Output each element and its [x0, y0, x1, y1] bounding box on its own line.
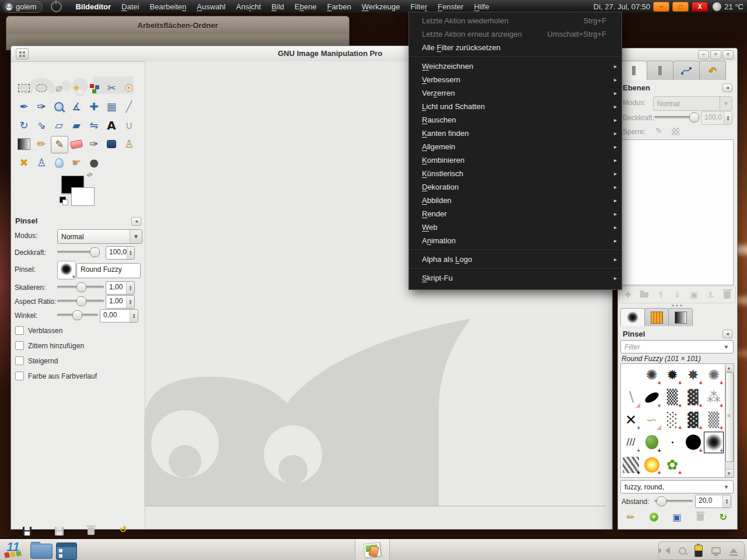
move-tool[interactable]: ✚ [86, 99, 102, 115]
refresh-brushes-button[interactable]: ↻ [717, 510, 729, 523]
filter-menu-item-dekoration[interactable]: Dekoration▸ [409, 180, 622, 194]
checkbox-icon[interactable] [15, 372, 24, 380]
zoom-tool[interactable] [51, 99, 67, 115]
checkbox-verblassen[interactable]: Verblassen [15, 326, 62, 335]
checkbox-zittern-hinzuf-gen[interactable]: Zittern hinzufügen [15, 341, 84, 350]
swap-colors-icon[interactable]: ⇆ [85, 170, 95, 180]
spacing-slider[interactable] [654, 496, 693, 506]
weather-icon[interactable] [713, 2, 721, 11]
scroll-down-icon[interactable]: ▼ [725, 469, 732, 477]
checkbox-icon[interactable] [15, 356, 24, 365]
filter-menu-item-render[interactable]: Render▸ [409, 207, 622, 220]
dock-close-button[interactable]: × [722, 50, 734, 60]
duplicate-brush-button[interactable]: ▣ [671, 510, 683, 523]
perspective-clone-tool[interactable]: ♙ [33, 155, 50, 171]
airbrush-tool[interactable]: ✑ [86, 136, 102, 152]
paintbrush-tool[interactable]: ✎ [51, 136, 68, 153]
filter-menu-item-kombinieren[interactable]: Kombinieren▸ [409, 153, 622, 167]
ellipse-select-tool[interactable] [33, 80, 50, 96]
splatter-brush[interactable]: ✺+ [704, 364, 724, 386]
measure-tool[interactable]: ∡ [68, 99, 85, 115]
menu-filter[interactable]: Filter [405, 1, 432, 12]
filter-menu-item-skript-fu[interactable]: Skript-Fu▸ [409, 271, 622, 285]
vine-brush[interactable]: ✿+ [662, 454, 682, 475]
dash-brush[interactable]: ∖ [621, 387, 641, 408]
delete-tool-preset-button[interactable] [85, 524, 97, 537]
delete-brush-button[interactable] [694, 510, 707, 523]
tab-layers[interactable] [620, 61, 647, 80]
pepper-brush[interactable]: + [642, 432, 662, 453]
splatter-brush[interactable]: ✺+ [642, 364, 662, 386]
dock-titlebar[interactable]: − + × [618, 48, 737, 61]
brush-tag-combo[interactable]: fuzzy, round, ▼ [620, 480, 734, 494]
clock[interactable]: Di, 27. Jul, 07:50 [594, 2, 651, 11]
filter-menu-item-alle-filter-zur-cksetzen[interactable]: Alle Filter zurücksetzen [409, 41, 622, 54]
search-icon[interactable] [679, 547, 686, 555]
checkbox-steigernd[interactable]: Steigernd [15, 356, 58, 365]
perspective-tool[interactable]: ▰ [68, 117, 85, 134]
anchor-layer-button[interactable]: ⚓ [704, 288, 717, 301]
filter-menu-item-verbessern[interactable]: Verbessern▸ [409, 73, 622, 86]
menu-werkzeuge[interactable]: Werkzeuge [357, 1, 406, 12]
lock-alpha-icon[interactable] [672, 128, 679, 135]
mode-dropdown[interactable]: Normal ▼ [57, 229, 142, 244]
tab-channels[interactable] [647, 61, 673, 80]
align-tool[interactable]: ▦ [103, 99, 120, 115]
dodge-burn-tool[interactable]: ● [86, 155, 102, 171]
volume-icon[interactable] [665, 547, 670, 554]
rotate-tool[interactable]: ↻ [16, 117, 32, 134]
clone-tool[interactable]: ♙ [121, 136, 137, 152]
brush-filter-combo[interactable]: Filter ▼ [620, 340, 734, 354]
menu-datei[interactable]: Datei [116, 1, 144, 12]
launcher-file-manager-icon[interactable] [30, 544, 53, 559]
color-picker-tool[interactable]: ✑ [33, 99, 50, 115]
new-layer-button[interactable]: ✚ [622, 288, 634, 301]
menu-ansicht[interactable]: Ansicht [231, 1, 266, 12]
minimize-button[interactable]: – [653, 2, 669, 12]
chalk-brush[interactable]: ∽ [642, 409, 662, 430]
filter-menu-item-kanten-finden[interactable]: Kanten finden▸ [409, 127, 622, 140]
blur-sharpen-tool[interactable] [51, 155, 67, 171]
text-tool[interactable]: A [103, 117, 120, 134]
free-select-tool[interactable]: ⌀ [51, 80, 67, 96]
background-color-swatch[interactable] [71, 187, 95, 206]
window-titlebar[interactable]: Arbeitsflächen-Ordner [6, 16, 349, 34]
paths-tool[interactable]: ✒ [16, 99, 32, 115]
scroll-up-icon[interactable]: ▲ [725, 364, 732, 372]
round-fuzzy-brush[interactable]: + [704, 432, 724, 453]
lower-layer-button[interactable]: ⇓ [671, 288, 684, 301]
ink-tool[interactable] [103, 136, 120, 152]
default-colors-icon[interactable] [60, 197, 66, 203]
confetti-brush[interactable]: ⁂+ [704, 387, 724, 408]
sponge-brush[interactable]: ░+ [662, 409, 682, 430]
menu-fenster[interactable]: Fenster [432, 1, 469, 12]
reset-tool-options-button[interactable]: ↺ [117, 523, 130, 536]
tab-patterns[interactable] [644, 308, 669, 326]
filter-menu-item-alpha-als-logo[interactable]: Alpha als Logo▸ [409, 253, 622, 266]
checkbox-icon[interactable] [15, 341, 24, 350]
angle-slider[interactable] [57, 310, 98, 320]
eject-icon[interactable] [729, 548, 738, 553]
fuzzy-select-tool[interactable]: ✦ [68, 80, 85, 96]
rect-select-tool[interactable] [16, 80, 32, 96]
maximize-button[interactable]: □ [672, 2, 689, 12]
user-menu[interactable]: golem [3, 1, 43, 13]
dock-maximize-button[interactable]: + [710, 50, 721, 60]
scale-tool[interactable]: ⇘ [33, 117, 50, 134]
aspect-ratio-slider[interactable] [57, 296, 104, 306]
checkbox-farbe-aus-farbverlauf[interactable]: Farbe aus Farbverlauf [15, 372, 97, 380]
tab-undo-history[interactable]: ↶ [699, 61, 726, 80]
save-tool-preset-button[interactable] [20, 524, 33, 537]
circle-brush[interactable]: + [683, 432, 703, 453]
smudge-tool[interactable]: ☛ [68, 155, 85, 171]
collapse-button[interactable]: ◂ [131, 217, 141, 226]
splatter-brush[interactable]: ✸+ [683, 364, 703, 386]
scissors-select-tool[interactable]: ✂ [103, 80, 120, 96]
layers-list[interactable] [620, 139, 734, 285]
shear-tool[interactable]: ▱ [51, 117, 67, 134]
menu-auswahl[interactable]: Auswahl [191, 1, 231, 12]
lock-pixels-icon[interactable]: ✎ [655, 126, 662, 135]
angle-spinbox[interactable]: 0,00 ▲▼ [100, 309, 138, 323]
launcher-terminal-icon[interactable] [56, 542, 77, 560]
brush-preview-button[interactable]: + [57, 261, 76, 279]
